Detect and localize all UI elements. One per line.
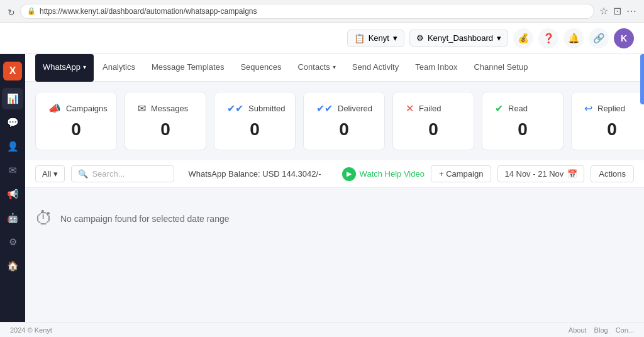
delivered-label: Delivered [338, 104, 372, 113]
team-inbox-label: Team Inbox [415, 62, 457, 72]
search-container: 🔍 [71, 165, 174, 182]
notification-icon-button[interactable]: 🔔 [564, 28, 584, 48]
subnav-channel-setup[interactable]: Channel Setup [466, 54, 535, 82]
footer-con-link[interactable]: Con... [616, 326, 634, 334]
sidebar-item-users[interactable]: 👤 [2, 136, 23, 157]
search-input[interactable] [92, 169, 167, 179]
stats-section: 📣 Campaigns 0 ✉ Messages 0 ✔✔ Submitted … [25, 82, 644, 160]
star-button[interactable]: ☆ [599, 5, 608, 17]
delivered-value: 0 [316, 119, 372, 140]
subnav-send-activity[interactable]: Send Activity [345, 54, 406, 82]
dashboard-chevron-icon: ▾ [497, 33, 501, 43]
sidebar-item-analytics[interactable]: 📊 [2, 88, 23, 109]
reload-button[interactable]: ↻ [8, 8, 15, 15]
date-range-button[interactable]: 14 Nov - 21 Nov 📅 [497, 165, 584, 182]
message-templates-label: Message Templates [152, 62, 224, 72]
replied-icon: ↩ [584, 102, 592, 114]
address-bar[interactable]: 🔒 https://www.kenyt.ai/dashboard/automat… [20, 4, 594, 19]
add-campaign-button[interactable]: + Campaign [431, 165, 491, 182]
workspace-icon: 📋 [354, 33, 365, 43]
whatsapp-chevron-icon: ▾ [83, 64, 86, 70]
link-icon-button[interactable]: 🔗 [589, 28, 609, 48]
sidebar-item-home[interactable]: 🏠 [2, 255, 23, 277]
dashboard-selector[interactable]: ⚙ Kenyt_Dashboard ▾ [409, 30, 508, 47]
browser-chrome: ↻ 🔒 https://www.kenyt.ai/dashboard/autom… [0, 0, 644, 23]
whatsapp-label: WhatsApp [43, 62, 80, 72]
dashboard-label: Kenyt_Dashboard [428, 33, 493, 43]
empty-state-message: No campaign found for selected date rang… [60, 214, 230, 224]
workspace-selector[interactable]: 📋 Kenyt ▾ [347, 30, 404, 47]
right-edge-bar [640, 54, 644, 104]
sidebar-item-bot[interactable]: 🤖 [2, 207, 23, 229]
contacts-label: Contacts [297, 62, 330, 72]
balance-text: WhatsApp Balance: USD 144.3042/- [188, 169, 335, 179]
subnav-team-inbox[interactable]: Team Inbox [408, 54, 465, 82]
failed-card-header: ✕ Failed [406, 102, 461, 114]
read-card: ✔ Read 0 [482, 92, 564, 150]
sidebar-item-settings[interactable]: ⚙ [2, 231, 23, 253]
top-navigation: 📋 Kenyt ▾ ⚙ Kenyt_Dashboard ▾ 💰 ❓ 🔔 🔗 K [0, 23, 644, 54]
filter-all-button[interactable]: All ▾ [35, 165, 65, 182]
replied-card: ↩ Replied 0 [571, 92, 644, 150]
failed-card: ✕ Failed 0 [392, 92, 474, 150]
send-activity-label: Send Activity [352, 62, 399, 72]
replied-label: Replied [597, 104, 625, 113]
dollar-icon-button[interactable]: 💰 [513, 28, 533, 48]
search-icon: 🔍 [78, 169, 88, 179]
subnav-contacts[interactable]: Contacts ▾ [290, 54, 343, 82]
top-nav-right: 📋 Kenyt ▾ ⚙ Kenyt_Dashboard ▾ 💰 ❓ 🔔 🔗 K [347, 28, 634, 48]
sidebar-item-chat[interactable]: 💬 [2, 112, 23, 133]
toolbar: All ▾ 🔍 WhatsApp Balance: USD 144.3042/-… [25, 160, 644, 188]
browser-action-buttons: ☆ ⊡ ⋯ [599, 5, 636, 17]
calendar-icon: 📅 [567, 169, 577, 179]
submitted-card-header: ✔✔ Submitted [227, 102, 282, 114]
subnav-sequences[interactable]: Sequences [233, 54, 289, 82]
messages-label: Messages [151, 104, 188, 113]
campaigns-card-header: 📣 Campaigns [48, 102, 104, 114]
extension-button[interactable]: ⊡ [613, 5, 621, 17]
analytics-label: Analytics [103, 62, 135, 72]
campaigns-value: 0 [48, 119, 104, 140]
subnav-analytics[interactable]: Analytics [95, 54, 143, 82]
play-icon: ▶ [342, 167, 356, 181]
campaigns-label: Campaigns [66, 104, 108, 113]
failed-icon: ✕ [406, 102, 414, 114]
campaigns-icon: 📣 [48, 102, 61, 114]
sidebar-logo[interactable]: X [3, 62, 22, 80]
channel-setup-label: Channel Setup [474, 62, 528, 72]
read-card-header: ✔ Read [495, 102, 550, 114]
empty-state-icon: ⏱ [35, 208, 53, 229]
messages-card: ✉ Messages 0 [125, 92, 206, 150]
footer-blog-link[interactable]: Blog [594, 326, 608, 334]
help-icon-button[interactable]: ❓ [538, 28, 558, 48]
user-avatar[interactable]: K [614, 28, 634, 48]
workspace-label: Kenyt [369, 33, 389, 43]
subnav-whatsapp[interactable]: WhatsApp ▾ [35, 54, 94, 82]
footer: 2024 © Kenyt About Blog Con... [0, 322, 644, 337]
sub-navigation: WhatsApp ▾ Analytics Message Templates S… [25, 54, 644, 82]
menu-button[interactable]: ⋯ [626, 5, 636, 17]
campaigns-card: 📣 Campaigns 0 [35, 92, 117, 150]
delivered-icon: ✔✔ [316, 102, 333, 114]
sidebar-item-broadcast[interactable]: 📢 [2, 184, 23, 205]
subnav-message-templates[interactable]: Message Templates [144, 54, 231, 82]
app-layout: X 📊 💬 👤 ✉ 📢 🤖 ⚙ 🏠 WhatsApp ▾ Analytics M… [0, 54, 644, 337]
sequences-label: Sequences [240, 62, 281, 72]
watch-help-button[interactable]: ▶ Watch Help Video [342, 167, 425, 181]
read-label: Read [508, 104, 528, 113]
actions-label: Actions [599, 169, 626, 179]
watch-help-label: Watch Help Video [360, 169, 425, 179]
footer-links: About Blog Con... [569, 326, 634, 334]
submitted-card: ✔✔ Submitted 0 [214, 92, 296, 150]
filter-all-label: All [42, 169, 51, 179]
url-text: https://www.kenyt.ai/dashboard/automatio… [40, 7, 257, 16]
actions-button[interactable]: Actions [591, 165, 634, 182]
footer-about-link[interactable]: About [569, 326, 587, 334]
submitted-icon: ✔✔ [227, 102, 243, 114]
workspace-chevron-icon: ▾ [393, 33, 397, 43]
sidebar-item-messages[interactable]: ✉ [2, 160, 23, 181]
footer-copyright: 2024 © Kenyt [10, 326, 52, 334]
messages-value: 0 [138, 119, 193, 140]
messages-card-header: ✉ Messages [138, 102, 193, 114]
lock-icon: 🔒 [27, 7, 36, 15]
